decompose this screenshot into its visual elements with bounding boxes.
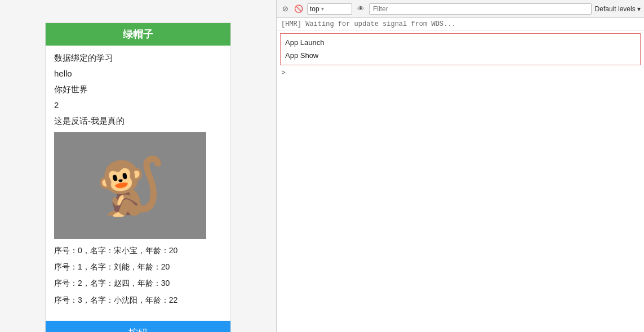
main-button[interactable]: 按钮 xyxy=(46,321,230,332)
console-log-line: App Launch xyxy=(285,36,636,49)
context-selector[interactable]: top ▾ xyxy=(307,3,352,15)
line4: 2 xyxy=(54,98,222,112)
console-log-line: App Show xyxy=(285,49,636,62)
person-list: 序号：0，名字：宋小宝，年龄：20序号：1，名字：刘能，年龄：20序号：2，名字… xyxy=(54,244,222,307)
list-item: 序号：0，名字：宋小宝，年龄：20 xyxy=(54,244,222,258)
line3: 你好世界 xyxy=(54,83,222,96)
app-panel: 绿帽子 数据绑定的学习 hello 你好世界 2 这是反话-我是真的 🐒 序号：… xyxy=(0,0,276,332)
clear-icon[interactable]: 🚫 xyxy=(294,4,304,14)
filter-input[interactable] xyxy=(369,3,592,15)
eye-icon[interactable]: 👁 xyxy=(356,4,366,14)
devtools-toolbar: ⊘ 🚫 top ▾ 👁 Default levels ▾ xyxy=(277,0,644,18)
levels-arrow: ▾ xyxy=(637,5,641,13)
levels-selector[interactable]: Default levels ▾ xyxy=(595,5,641,13)
stop-icon[interactable]: ⊘ xyxy=(280,4,290,14)
hmr-message: [HMR] Waiting for update signal from WDS… xyxy=(277,18,644,31)
console-arrow: > xyxy=(277,68,644,78)
console-log-box: App LaunchApp Show xyxy=(280,33,641,65)
monkey-image: 🐒 xyxy=(54,132,206,239)
list-item: 序号：3，名字：小沈阳，年龄：22 xyxy=(54,293,222,307)
app-container: 绿帽子 数据绑定的学习 hello 你好世界 2 这是反话-我是真的 🐒 序号：… xyxy=(45,23,231,332)
devtools-content: [HMR] Waiting for update signal from WDS… xyxy=(277,18,644,332)
levels-label: Default levels xyxy=(595,5,636,13)
list-item: 序号：1，名字：刘能，年龄：20 xyxy=(54,260,222,274)
app-body: 数据绑定的学习 hello 你好世界 2 这是反话-我是真的 🐒 序号：0，名字… xyxy=(46,46,230,315)
app-header: 绿帽子 xyxy=(46,23,230,46)
list-item: 序号：2，名字：赵四，年龄：30 xyxy=(54,276,222,290)
line2: hello xyxy=(54,67,222,80)
monkey-emoji: 🐒 xyxy=(54,132,206,239)
context-dropdown-arrow: ▾ xyxy=(321,6,324,12)
line5: 这是反话-我是真的 xyxy=(54,114,222,128)
context-value: top xyxy=(310,5,319,13)
line1: 数据绑定的学习 xyxy=(54,51,222,65)
devtools-panel: ⊘ 🚫 top ▾ 👁 Default levels ▾ [HMR] Waiti… xyxy=(276,0,644,332)
